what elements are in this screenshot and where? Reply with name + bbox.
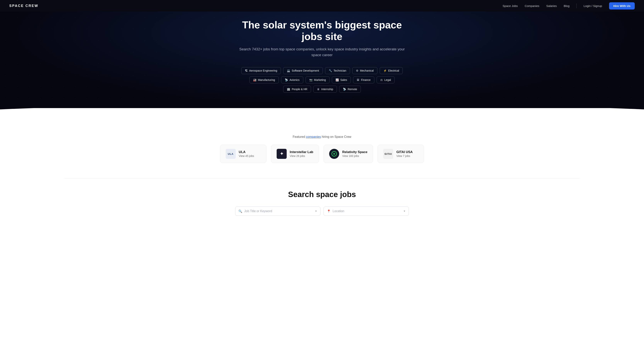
relativity-name: Relativity Space: [342, 150, 367, 154]
hero-tags: 🏗 Aerospace Engineering 💻 Software Devel…: [235, 67, 409, 93]
tag-label: Marketing: [314, 78, 326, 82]
relativity-info: Relativity Space View 183 jobs: [342, 150, 367, 158]
interstellar-jobs: View 26 jobs: [290, 154, 313, 158]
nav-salaries[interactable]: Salaries: [546, 4, 557, 8]
hero-section: The solar system's biggest space jobs si…: [0, 0, 644, 108]
tag-label: Internship: [321, 88, 333, 91]
internship-icon: 🖥: [317, 88, 320, 91]
ula-name: ULA: [239, 150, 254, 154]
featured-companies-link[interactable]: companies: [306, 135, 321, 138]
tag-label: Manufacturing: [258, 78, 275, 82]
search-section: Search space jobs 🔍 ▼ 📍 ▼: [0, 178, 644, 224]
company-card-interstellar[interactable]: ✦ Interstellar Lab View 26 jobs: [271, 145, 319, 163]
technician-icon: 🔧: [329, 69, 332, 72]
nav-blog[interactable]: Blog: [564, 4, 570, 8]
tag-legal[interactable]: ⚖ Legal: [377, 76, 394, 84]
ula-logo-text: ULA: [228, 152, 234, 155]
search-title: Search space jobs: [9, 190, 635, 199]
aerospace-engineering-icon: 🏗: [245, 69, 248, 72]
gitai-info: GITAI USA View 7 jobs: [396, 150, 413, 158]
company-card-gitai[interactable]: GITAI GITAI USA View 7 jobs: [378, 145, 424, 163]
interstellar-logo: ✦: [277, 149, 287, 159]
sales-icon: 📈: [336, 78, 339, 82]
site-logo[interactable]: SPACE CREW: [9, 4, 38, 8]
legal-icon: ⚖: [380, 78, 383, 82]
electrical-icon: ⚡: [384, 69, 387, 72]
search-keyword-icon: 🔍: [238, 210, 242, 213]
tag-electrical[interactable]: ⚡ Electrical: [380, 67, 403, 74]
company-card-ula[interactable]: ULA ULA View 45 jobs: [220, 145, 266, 163]
people-hr-icon: 🏢: [287, 88, 290, 91]
ula-info: ULA View 45 jobs: [239, 150, 254, 158]
tag-aerospace-engineering[interactable]: 🏗 Aerospace Engineering: [241, 67, 281, 74]
tag-technician[interactable]: 🔧 Technician: [325, 67, 350, 74]
manufacturing-icon: 🏭: [253, 78, 256, 82]
tag-mechanical[interactable]: ⚙ Mechanical: [352, 67, 378, 74]
tag-avionics[interactable]: 📡 Avionics: [281, 76, 303, 84]
gitai-logo-text: GITAI: [384, 152, 392, 155]
tag-label: People & HR: [292, 88, 307, 91]
nav-divider: [576, 4, 577, 8]
keyword-search-wrap: 🔍 ▼: [235, 206, 320, 216]
remote-icon: 📡: [343, 88, 346, 91]
tag-label: Finance: [361, 78, 371, 82]
marketing-icon: 📷: [309, 78, 312, 82]
tag-sales[interactable]: 📈 Sales: [332, 76, 351, 84]
software-development-icon: 💻: [287, 69, 290, 72]
featured-section: Featured companies hiring on Space Crew …: [0, 124, 644, 178]
hire-with-us-button[interactable]: Hire With Us: [609, 2, 635, 10]
wave-divider: [0, 108, 644, 124]
mechanical-icon: ⚙: [356, 69, 358, 72]
tag-people-hr[interactable]: 🏢 People & HR: [283, 86, 311, 93]
location-search-wrap: 📍 ▼: [324, 206, 409, 216]
gitai-logo: GITAI: [383, 149, 393, 159]
tag-label: Mechanical: [360, 69, 374, 72]
tag-label: Software Development: [292, 69, 319, 72]
gitai-name: GITAI USA: [396, 150, 413, 154]
location-icon: 📍: [327, 210, 331, 213]
ula-jobs: View 45 jobs: [239, 154, 254, 158]
relativity-jobs: View 183 jobs: [342, 154, 367, 158]
keyword-search-input[interactable]: [244, 207, 313, 216]
tag-software-development[interactable]: 💻 Software Development: [283, 67, 323, 74]
gitai-jobs: View 7 jobs: [396, 154, 413, 158]
tag-internship[interactable]: 🖥 Internship: [313, 86, 337, 93]
interstellar-info: Interstellar Lab View 26 jobs: [290, 150, 313, 158]
relativity-logo: [329, 149, 339, 159]
tag-label: Avionics: [290, 78, 300, 82]
tag-label: Legal: [384, 78, 391, 82]
location-chevron-icon: ▼: [403, 210, 406, 212]
ula-logo: ULA: [226, 149, 236, 159]
search-row: 🔍 ▼ 📍 ▼: [235, 206, 409, 216]
tag-manufacturing[interactable]: 🏭 Manufacturing: [250, 76, 279, 84]
tag-label: Electrical: [388, 69, 399, 72]
company-cards: ULA ULA View 45 jobs ✦ Interstellar Lab …: [9, 145, 635, 163]
nav-links: Space Jobs Companies Salaries Blog Login…: [503, 2, 635, 10]
keyword-chevron-icon: ▼: [315, 210, 317, 212]
tag-label: Technician: [334, 69, 346, 72]
finance-icon: 🏛: [357, 78, 360, 82]
navbar: SPACE CREW Space Jobs Companies Salaries…: [0, 0, 644, 12]
login-signup-button[interactable]: Login / Signup: [584, 4, 602, 8]
nav-companies[interactable]: Companies: [525, 4, 539, 8]
nav-space-jobs[interactable]: Space Jobs: [503, 4, 518, 8]
tag-label: Aerospace Engineering: [249, 69, 278, 72]
featured-label: Featured companies hiring on Space Crew: [9, 135, 635, 138]
tag-label: Sales: [340, 78, 347, 82]
tag-label: Remote: [348, 88, 357, 91]
tag-finance[interactable]: 🏛 Finance: [353, 76, 374, 84]
tag-marketing[interactable]: 📷 Marketing: [306, 76, 330, 84]
avionics-icon: 📡: [285, 78, 288, 82]
interstellar-name: Interstellar Lab: [290, 150, 313, 154]
hero-content: The solar system's biggest space jobs si…: [235, 19, 409, 93]
hero-title: The solar system's biggest space jobs si…: [235, 19, 409, 42]
relativity-logo-dot: [334, 153, 335, 154]
location-search-input[interactable]: [332, 207, 401, 216]
tag-remote[interactable]: 📡 Remote: [339, 86, 361, 93]
company-card-relativity[interactable]: Relativity Space View 183 jobs: [324, 145, 373, 163]
relativity-logo-inner: [332, 151, 337, 156]
hero-subtitle: Search 7432+ jobs from top space compani…: [235, 46, 409, 58]
